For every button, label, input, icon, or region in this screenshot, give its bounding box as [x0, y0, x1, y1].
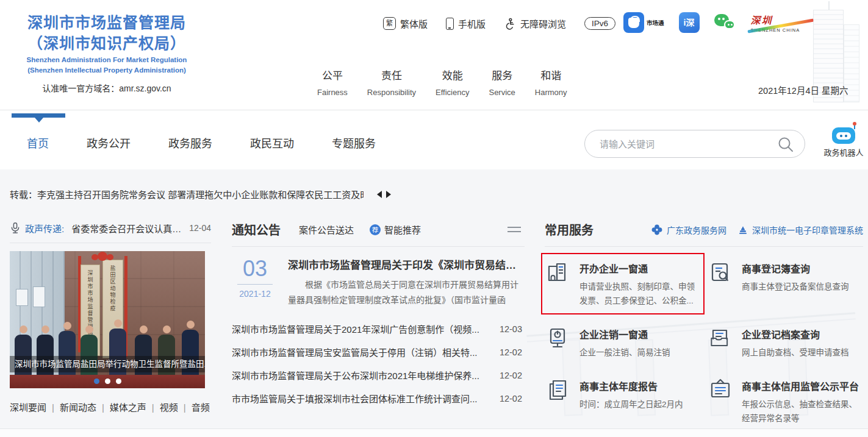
featured-day: 03 — [232, 257, 278, 281]
photo-ribbon-knot — [91, 251, 113, 262]
traditional-version-link[interactable]: 繁 繁体版 — [383, 17, 428, 30]
ticker-prev-icon[interactable] — [377, 191, 382, 198]
site-logo[interactable]: 深圳市市场监督管理局 （深圳市知识产权局） Shenzhen Administr… — [15, 12, 198, 94]
link-video[interactable]: 视频 — [160, 400, 192, 413]
link-news-updates[interactable]: 新闻动态 — [60, 400, 110, 413]
nav-item-home[interactable]: 首页 — [27, 135, 49, 151]
logo-title-line2: （深圳市知识产权局） — [15, 33, 198, 54]
logo-title-line1: 深圳市市场监督管理局 — [15, 12, 198, 33]
current-date: 2021年12月4日 星期六 — [758, 83, 848, 96]
shichangtong-icon — [623, 12, 644, 33]
notice-row[interactable]: 市市场监管局关于填报深圳市社会团体标准工作统计调查问... 12-02 — [232, 382, 525, 405]
mobile-version-link[interactable]: 手机版 — [446, 17, 486, 30]
notice-row[interactable]: 深圳市市场监督管理局关于公布深圳市2021年电梯维护保养... 12-02 — [232, 359, 525, 382]
eseal-system-link[interactable]: 深圳市统一电子印章管理系统 — [737, 224, 863, 236]
shichangtong-app-icon[interactable]: 市场通 — [623, 12, 664, 33]
header-quick-links: 繁 繁体版 手机版 无障碍浏览 IPv6 — [383, 17, 615, 30]
notices-divider — [232, 246, 525, 247]
notice-row[interactable]: 深圳市市场监督管理局宝安监管局关于停用（注销）相关特... 12-02 — [232, 336, 525, 359]
gov-robot-assistant[interactable]: 政务机器人 — [821, 124, 866, 158]
slogan-fairness: 公平Fairness — [317, 67, 348, 97]
smart-recommend-toggle[interactable]: 荐 智能推荐 — [370, 223, 421, 236]
news-divider — [10, 243, 211, 243]
accessibility-link[interactable]: 无障碍浏览 — [504, 17, 566, 30]
nav-item-special-services[interactable]: 专题服务 — [332, 135, 376, 151]
logo-subtitle-line1: Shenzhen Administration For Market Regul… — [15, 55, 198, 64]
carousel-dot-3[interactable] — [116, 378, 121, 384]
ipv6-badge[interactable]: IPv6 — [584, 17, 615, 30]
news-ticker: 转载：李克强主持召开国务院常务会议 部署清理拖欠中小企业账款和保障农民工工资及时… — [10, 188, 391, 201]
ishenzhen-app-icon[interactable]: i深 — [679, 12, 700, 33]
accessibility-icon — [504, 18, 516, 30]
smart-recommend-label: 智能推荐 — [384, 223, 421, 236]
carousel-dot-2[interactable] — [105, 378, 110, 384]
slogan-responsibility: 责任Responsibility — [367, 67, 416, 97]
service-card-open-business[interactable]: 开办企业一窗通 申请营业执照、刻制印章、申领发票、员工参保登记、公积金... — [541, 253, 705, 314]
traditional-icon: 繁 — [383, 17, 396, 30]
hanging-board-icon — [707, 377, 734, 404]
guangdong-gov-service-link[interactable]: 广东政务服务网 — [651, 224, 726, 236]
service-card-archive-query[interactable]: 企业登记档案查询 网上自助查档、受理申请查档 — [707, 325, 863, 360]
featured-notice-title[interactable]: 深圳市市场监督管理局关于印发《深圳市贸易结算... — [288, 257, 525, 272]
ticker-headline[interactable]: 转载：李克强主持召开国务院常务会议 部署清理拖欠中小企业账款和保障农民工工资及时… — [10, 188, 364, 201]
wechat-icon[interactable] — [714, 13, 736, 32]
services-column: 常用服务 广东政务服务网 — [545, 221, 863, 425]
robot-icon — [832, 127, 855, 144]
notice-list: 深圳市市场监督管理局关于2021年深圳广告创意制作（视频... 12-03 深圳… — [232, 313, 525, 405]
official-domain-note: 认准唯一官方域名：amr.sz.gov.cn — [15, 82, 198, 94]
news-carousel-photo[interactable]: 深圳市市场监督管理局 盐田区动物检疫 深圳市市 — [10, 251, 205, 388]
nav-item-gov-disclosure[interactable]: 政务公开 — [87, 135, 131, 151]
carousel-dot-1[interactable] — [94, 378, 99, 384]
ticker-next-icon[interactable] — [386, 191, 391, 198]
document-search-icon — [707, 260, 734, 286]
logo-subtitle-line2: (Shenzhen Intellectual Property Administ… — [15, 66, 198, 74]
services-title: 常用服务 — [545, 221, 594, 238]
slogan-service: 服务Service — [489, 67, 515, 97]
slogan-harmony: 和谐Harmony — [535, 67, 567, 97]
policy-voice-headline[interactable]: 省委常委会召开会议认真学... — [71, 222, 184, 235]
service-card-deregister[interactable]: 企业注销一窗通 企业一般注销、简易注销 — [545, 325, 707, 360]
more-list-icon[interactable] — [508, 224, 521, 235]
search-input[interactable] — [600, 137, 770, 151]
notice-row[interactable]: 深圳市市场监督管理局关于2021年深圳广告创意制作（视频... 12-03 — [232, 313, 525, 336]
featured-notice-excerpt: 根据《市场监管总局关于同意在深圳市开展贸易结算用计量器具强制检定管理制度改革试点… — [288, 277, 525, 308]
header-app-icons: 市场通 i深 深圳 SHENZHEN CHINA — [623, 12, 812, 33]
services-divider — [545, 246, 863, 247]
pinwheel-icon — [651, 224, 663, 236]
services-grid: 开办企业一窗通 申请营业执照、刻制印章、申领发票、员工参保登记、公积金... — [545, 260, 863, 425]
main-nav: 首页 政务公开 政务服务 政民互动 专题服务 政务机器人 — [0, 110, 868, 169]
notices-column: 通知公告 案件公告送达 荐 智能推荐 03 2021-12 深圳市市场监督管理局… — [232, 221, 525, 405]
tab-case-announcements[interactable]: 案件公告送达 — [299, 223, 354, 236]
featured-notice[interactable]: 03 2021-12 深圳市市场监督管理局关于印发《深圳市贸易结算... 根据《… — [232, 257, 525, 308]
page-bottom-strip — [0, 428, 868, 437]
link-media-voice[interactable]: 媒体之声 — [110, 400, 160, 413]
microphone-icon — [10, 222, 21, 234]
power-device-icon — [545, 325, 572, 352]
stacked-documents-icon — [545, 377, 572, 404]
shichangtong-label: 市场通 — [647, 18, 664, 27]
robot-label: 政务机器人 — [821, 146, 866, 158]
phone-icon — [446, 18, 454, 30]
link-audio[interactable]: 音频 — [192, 400, 210, 413]
slogan-efficiency: 效能Efficiency — [436, 67, 469, 97]
nav-item-gov-services[interactable]: 政务服务 — [168, 135, 212, 151]
slogan-row: 公平Fairness 责任Responsibility 效能Efficiency… — [317, 67, 567, 97]
recommend-badge-icon: 荐 — [370, 224, 381, 235]
policy-voice-date: 12-04 — [189, 223, 211, 233]
search-box — [584, 130, 805, 158]
accessibility-label: 无障碍浏览 — [520, 17, 566, 30]
news-category-links: 深圳要闻 新闻动态 媒体之声 视频 音频 — [10, 400, 211, 413]
carousel-caption[interactable]: 深圳市市场监管局盐田局举行动物卫生监督所暨盐田... — [10, 356, 205, 372]
featured-date-box: 03 2021-12 — [232, 257, 278, 308]
policy-voice-row: 政声传递: 省委常委会召开会议认真学... 12-04 — [10, 221, 211, 235]
news-column: 政声传递: 省委常委会召开会议认真学... 12-04 深圳市市场监督管理局 盐… — [10, 221, 211, 413]
search-icon[interactable] — [777, 135, 795, 154]
policy-voice-label[interactable]: 政声传递: — [25, 222, 64, 235]
page: 深圳市市场监督管理局 （深圳市知识产权局） Shenzhen Administr… — [0, 0, 868, 437]
link-shenzhen-news[interactable]: 深圳要闻 — [10, 400, 60, 413]
service-card-annual-report[interactable]: 商事主体年度报告 时间：成立周年之日起2月内 — [545, 377, 707, 425]
service-card-registry-query[interactable]: 商事登记簿查询 商事主体登记及备案信息查询 — [707, 260, 863, 308]
nav-item-interaction[interactable]: 政民互动 — [250, 135, 294, 151]
service-card-credit-platform[interactable]: 商事主体信用监管公示平台 年报公示信息、抽查检查结果、经营异常名录等 — [707, 377, 863, 425]
notices-title[interactable]: 通知公告 — [232, 221, 281, 238]
